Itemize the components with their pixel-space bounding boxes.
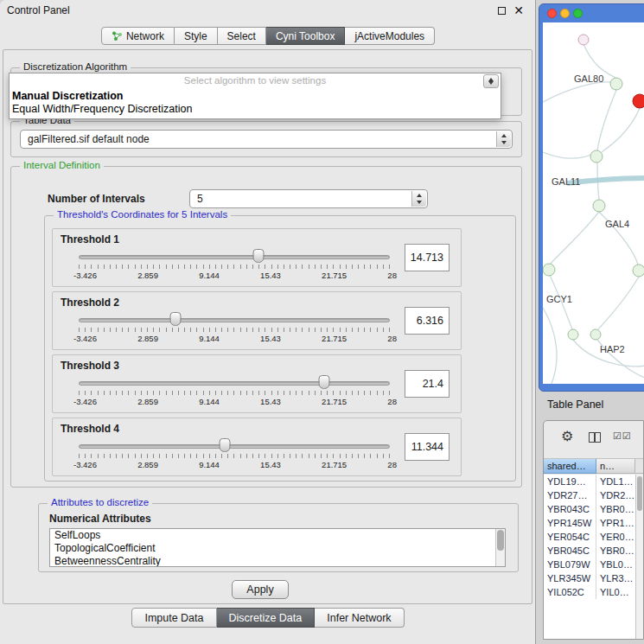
network-node[interactable] xyxy=(543,264,555,276)
table-scrollbar-thumb[interactable] xyxy=(637,476,642,511)
numerical-attributes-listbox[interactable]: SelfLoops TopologicalCoefficient Between… xyxy=(49,528,506,567)
table-data-combobox[interactable]: galFiltered.sif default node xyxy=(20,130,513,149)
slider-track[interactable] xyxy=(79,444,390,449)
algorithm-option-manual-discretization[interactable]: Manual Discretization xyxy=(10,89,501,103)
columns-icon[interactable] xyxy=(589,432,601,443)
table-row[interactable]: YBL079W YBL0… xyxy=(544,558,635,571)
cell-name: YBR0… xyxy=(596,544,635,558)
threshold-value-field[interactable]: 11.344 xyxy=(405,433,450,461)
slider-track[interactable] xyxy=(79,255,390,259)
tab-network[interactable]: Network xyxy=(101,27,175,45)
table-row[interactable]: YDL19… YDL1… xyxy=(544,475,635,488)
slider-track[interactable] xyxy=(79,381,390,386)
interval-definition-group-title: Interval Definition xyxy=(20,160,104,170)
top-tab-bar: Network Style Select Cyni Toolbox jActiv… xyxy=(0,27,536,45)
table-row[interactable]: YIL052C YIL0… xyxy=(544,585,635,599)
threshold-row: Threshold 2 -3.426 2.859 9.144 15.43 21.… xyxy=(52,291,462,350)
table-data-group: Table Data galFiltered.sif default node xyxy=(10,121,522,157)
threshold-value-field[interactable]: 21.4 xyxy=(405,370,450,398)
gear-icon[interactable]: ⚙ xyxy=(561,430,573,443)
threshold-slider[interactable]: -3.426 2.859 9.144 15.43 21.715 28 xyxy=(79,229,390,288)
network-node[interactable] xyxy=(593,200,605,212)
attribute-list-item[interactable]: SelfLoops xyxy=(50,529,505,542)
slider-thumb[interactable] xyxy=(169,312,181,326)
attribute-list-item[interactable]: BetweennessCentrality xyxy=(50,555,505,567)
slider-thumb[interactable] xyxy=(319,375,330,389)
selected-network-node[interactable] xyxy=(633,94,644,108)
network-node[interactable] xyxy=(568,329,578,340)
tab-impute-data[interactable]: Impute Data xyxy=(131,608,216,628)
minimize-traffic-light[interactable] xyxy=(560,9,570,18)
tab-select[interactable]: Select xyxy=(218,27,266,45)
close-traffic-light[interactable] xyxy=(547,9,557,18)
slider-track[interactable] xyxy=(79,318,390,322)
network-node[interactable] xyxy=(578,35,589,45)
tab-cyni-toolbox[interactable]: Cyni Toolbox xyxy=(266,27,345,45)
cell-name: YIL0… xyxy=(596,585,635,599)
column-header-shared-name[interactable]: shared… xyxy=(544,459,596,474)
close-icon[interactable]: ✕ xyxy=(513,3,524,17)
algorithm-option-equal-width-frequency[interactable]: Equal Width/Frequency Discretization xyxy=(10,103,501,118)
scale-label: 15.43 xyxy=(260,460,281,469)
slider-scale: -3.426 2.859 9.144 15.43 21.715 28 xyxy=(73,334,397,343)
network-canvas[interactable]: GAL80 GAL11 GAL4 GCY1 HAP2 xyxy=(543,22,644,384)
table-row[interactable]: YDR27… YDR2… xyxy=(544,488,635,502)
attributes-to-discretize-group: Attributes to discretize Numerical Attri… xyxy=(38,503,519,572)
table-row[interactable]: YBR043C YBR0… xyxy=(544,502,635,516)
network-node[interactable] xyxy=(633,265,644,277)
algorithm-placeholder: Select algorithm to view settings xyxy=(10,73,501,88)
network-node[interactable] xyxy=(610,78,622,90)
table-body: YDL19… YDL1… YDR27… YDR2… YBR043C YBR0… … xyxy=(544,475,635,639)
float-window-button[interactable] xyxy=(498,7,506,15)
combo-stepper-icon[interactable] xyxy=(411,191,426,207)
table-header-row: shared… n… xyxy=(544,459,643,474)
combo-stepper-icon[interactable] xyxy=(496,131,511,147)
attribute-list-item[interactable]: TopologicalCoefficient xyxy=(50,542,505,555)
threshold-slider[interactable]: -3.426 2.859 9.144 15.43 21.715 28 xyxy=(79,418,390,477)
threshold-value-field[interactable]: 6.316 xyxy=(405,307,450,335)
threshold-slider[interactable]: -3.426 2.859 9.144 15.43 21.715 28 xyxy=(79,292,390,351)
network-node-labels: GAL80 GAL11 GAL4 GCY1 HAP2 xyxy=(546,73,629,354)
threshold-slider[interactable]: -3.426 2.859 9.144 15.43 21.715 28 xyxy=(79,355,390,414)
network-node[interactable] xyxy=(590,329,601,340)
tab-jactivemodules-label: jActiveModules xyxy=(354,30,424,42)
tab-discretize-data[interactable]: Discretize Data xyxy=(217,608,316,628)
cell-name: YBL0… xyxy=(596,558,635,571)
combo-stepper-icon[interactable] xyxy=(483,74,499,88)
table-row[interactable]: YPR145W YPR1… xyxy=(544,516,635,530)
list-scrollbar[interactable] xyxy=(495,529,505,566)
scale-label: 9.144 xyxy=(199,397,220,406)
slider-thumb[interactable] xyxy=(252,249,264,263)
table-panel-title: Table Panel xyxy=(547,399,603,411)
slider-ticks xyxy=(79,265,390,269)
table-row[interactable]: YBR045C YBR0… xyxy=(544,544,635,558)
tab-infer-network[interactable]: Infer Network xyxy=(315,608,404,628)
number-of-intervals-combobox[interactable]: 5 xyxy=(189,189,428,208)
apply-button[interactable]: Apply xyxy=(232,580,289,599)
node-label: GAL80 xyxy=(574,73,603,84)
column-header-name[interactable]: n… xyxy=(596,459,635,474)
select-columns-checkboxes-icon[interactable]: ☑☑ xyxy=(613,430,632,442)
algorithm-combobox[interactable]: Select algorithm to view settings xyxy=(10,73,501,89)
tab-select-label: Select xyxy=(227,30,256,42)
network-node[interactable] xyxy=(590,150,603,163)
header-spacer xyxy=(635,459,643,474)
arrow-down-icon xyxy=(488,81,494,85)
tab-jactivemodules[interactable]: jActiveModules xyxy=(345,27,435,45)
table-scrollbar[interactable] xyxy=(635,475,643,639)
slider-scale: -3.426 2.859 9.144 15.43 21.715 28 xyxy=(73,460,397,469)
arrow-up-icon xyxy=(501,134,507,137)
slider-thumb[interactable] xyxy=(220,438,231,452)
zoom-traffic-light[interactable] xyxy=(573,9,583,18)
list-scrollbar-thumb[interactable] xyxy=(497,530,504,551)
tab-network-label: Network xyxy=(126,30,164,42)
table-row[interactable]: YER054C YER0… xyxy=(544,530,635,544)
node-label: GAL11 xyxy=(552,176,580,187)
slider-scale: -3.426 2.859 9.144 15.43 21.715 28 xyxy=(73,271,397,280)
table-row[interactable]: YLR345W YLR3… xyxy=(544,571,635,585)
cell-shared-name: YIL052C xyxy=(544,585,596,599)
cell-name: YLR3… xyxy=(596,571,635,585)
scale-label: 9.144 xyxy=(199,334,220,343)
threshold-value-field[interactable]: 14.713 xyxy=(405,244,450,271)
tab-style[interactable]: Style xyxy=(175,27,218,45)
